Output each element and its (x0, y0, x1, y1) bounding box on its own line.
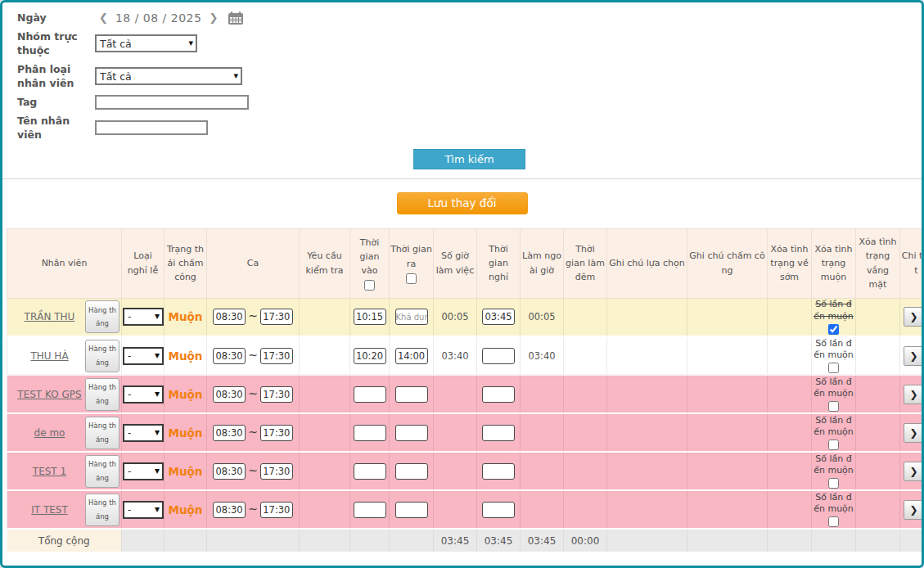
shift-start-input[interactable] (213, 425, 246, 441)
total-spacer (165, 529, 207, 552)
time-out-header-label: Thời gian ra (390, 242, 432, 270)
detail-button[interactable]: ❯ (904, 423, 922, 443)
time-in-input[interactable] (354, 502, 386, 518)
detail-button[interactable]: ❯ (904, 307, 922, 327)
detail-button[interactable]: ❯ (904, 346, 922, 366)
monthly-button[interactable]: Hàng tháng (85, 300, 119, 333)
shift-end-input[interactable] (260, 309, 293, 325)
time-in-input[interactable] (354, 463, 386, 480)
detail-button[interactable]: ❯ (904, 462, 922, 481)
employee-name-input[interactable] (95, 120, 208, 135)
holiday-type-cell: -▾ (122, 452, 165, 490)
calendar-icon[interactable] (228, 11, 243, 25)
shift-end-input[interactable] (260, 425, 293, 441)
clear-late-checkbox[interactable] (828, 401, 839, 412)
time-in-input[interactable] (354, 386, 386, 403)
holiday-type-select[interactable]: - (123, 385, 164, 403)
holiday-type-select[interactable]: - (123, 424, 164, 442)
detail-button[interactable]: ❯ (904, 385, 922, 404)
holiday-type-select[interactable]: - (123, 308, 164, 326)
employee-name-link[interactable]: IT TEST (14, 504, 85, 516)
col-header-holiday-type: Loại nghỉ lễ (122, 228, 165, 298)
shift-start-input[interactable] (213, 386, 246, 403)
work-hours-cell (434, 490, 477, 529)
total-spacer (687, 529, 768, 552)
shift-end-input[interactable] (260, 463, 293, 480)
monthly-button[interactable]: Hàng tháng (85, 494, 119, 526)
col-header-employee: Nhân viên (7, 228, 122, 298)
select-all-time-out-checkbox[interactable] (406, 273, 417, 284)
monthly-button[interactable]: Hàng tháng (85, 378, 119, 411)
attendance-status-cell: Muộn (165, 452, 207, 490)
time-out-input[interactable] (395, 463, 428, 480)
chevron-right-icon[interactable]: ❯ (209, 11, 218, 24)
late-count-label: Số lần đến muộn (813, 415, 854, 439)
employee-type-select[interactable]: Tất cả (95, 67, 242, 85)
shift-start-input[interactable] (213, 309, 246, 325)
overtime-cell: 03:40 (521, 336, 564, 375)
time-in-header-label: Thời gian vào (351, 236, 388, 277)
monthly-button[interactable]: Hàng tháng (85, 417, 119, 449)
clear-late-checkbox[interactable] (828, 363, 839, 373)
clear-early-cell (768, 298, 812, 336)
clear-absent-cell (856, 413, 900, 452)
col-header-clear-early: Xóa tình trạng về sớm (768, 228, 812, 298)
time-in-input[interactable] (354, 425, 386, 441)
col-header-note-attendance: Ghi chú chấm công (687, 228, 768, 298)
holiday-type-select[interactable]: - (123, 347, 164, 365)
employee-name-link[interactable]: de mo (14, 427, 85, 439)
detail-cell: ❯ (900, 452, 922, 490)
employee-name-link[interactable]: TEST KO GPS (14, 389, 85, 400)
group-select[interactable]: Tất cả (95, 34, 197, 52)
time-in-input[interactable] (354, 348, 386, 364)
time-in-input[interactable] (354, 309, 386, 325)
total-spacer (350, 529, 390, 552)
clear-late-checkbox[interactable] (828, 516, 839, 527)
shift-end-input[interactable] (260, 502, 293, 518)
save-changes-button-top[interactable]: Lưu thay đổi (397, 192, 528, 214)
monthly-button[interactable]: Hàng tháng (85, 340, 119, 372)
clear-late-checkbox[interactable] (828, 324, 839, 335)
employee-cell: THU HÀHàng tháng (7, 336, 122, 375)
table-row: de moHàng tháng-▾Muộn~Số lần đến muộn❯ (7, 413, 922, 452)
table-row: TEST 1Hàng tháng-▾Muộn~Số lần đến muộn❯ (7, 452, 922, 490)
shift-start-input[interactable] (213, 502, 246, 518)
detail-button[interactable]: ❯ (904, 500, 922, 520)
clear-late-checkbox[interactable] (828, 478, 839, 489)
attendance-status: Muộn (169, 310, 203, 323)
chevron-left-icon[interactable]: ❮ (99, 11, 108, 24)
night-time-cell (564, 298, 607, 336)
employee-name-link[interactable]: TRẦN THU (14, 311, 85, 322)
time-out-input[interactable] (395, 348, 428, 364)
break-time-input[interactable] (482, 502, 515, 518)
search-button[interactable]: Tìm kiếm (413, 149, 525, 169)
break-time-input[interactable] (482, 463, 515, 480)
employee-cell: de moHàng tháng (7, 413, 122, 452)
tag-input[interactable] (95, 95, 249, 110)
shift-start-input[interactable] (213, 463, 246, 480)
break-time-input[interactable] (482, 386, 515, 403)
overtime-cell (521, 375, 564, 413)
holiday-type-select[interactable]: - (123, 501, 164, 519)
time-out-input[interactable] (395, 425, 428, 441)
clear-late-checkbox[interactable] (828, 440, 839, 450)
break-time-input[interactable] (482, 348, 515, 364)
time-in-cell (350, 298, 390, 336)
time-out-input[interactable] (395, 309, 428, 325)
shift-end-input[interactable] (260, 348, 293, 364)
time-out-input[interactable] (395, 386, 428, 403)
break-time-input[interactable] (482, 425, 515, 441)
overtime-cell: 00:05 (521, 298, 564, 336)
break-time-cell (477, 298, 521, 336)
holiday-type-select[interactable]: - (123, 462, 164, 480)
employee-name-link[interactable]: TEST 1 (14, 466, 85, 477)
shift-end-input[interactable] (260, 386, 293, 403)
time-out-input[interactable] (395, 502, 428, 518)
employee-name-link[interactable]: THU HÀ (14, 350, 85, 362)
employee-cell: TEST 1Hàng tháng (7, 452, 122, 490)
time-out-cell (390, 336, 434, 375)
shift-start-input[interactable] (213, 348, 246, 364)
monthly-button[interactable]: Hàng tháng (85, 455, 119, 488)
select-all-time-in-checkbox[interactable] (364, 280, 375, 291)
break-time-input[interactable] (482, 309, 515, 325)
